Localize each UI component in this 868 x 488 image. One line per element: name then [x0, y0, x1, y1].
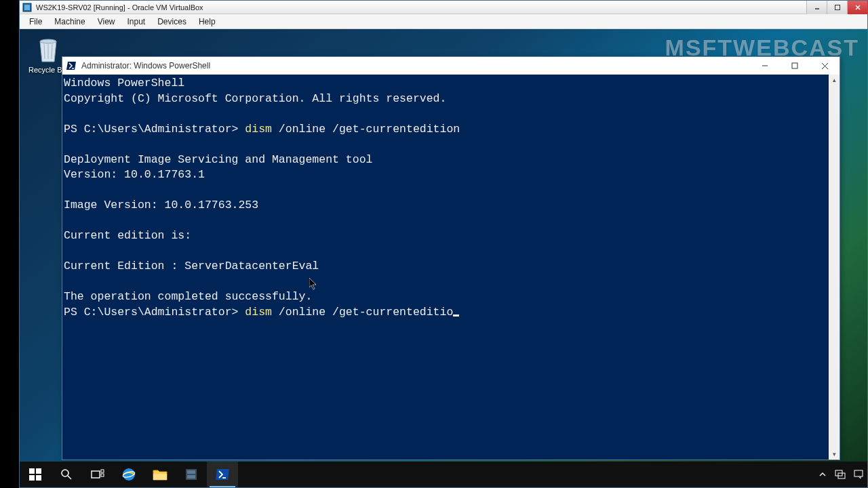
svg-rect-21: [92, 471, 100, 478]
start-button[interactable]: [20, 462, 51, 487]
tray-chevron-icon[interactable]: [818, 470, 827, 479]
task-view-button[interactable]: [82, 462, 113, 487]
menu-file[interactable]: File: [24, 16, 47, 28]
banner-line: Windows PowerShell: [64, 77, 184, 89]
menu-help[interactable]: Help: [193, 16, 221, 28]
output-line: Deployment Image Servicing and Managemen…: [64, 153, 372, 166]
vbox-minimize-button[interactable]: [806, 1, 827, 14]
terminal-output[interactable]: Windows PowerShell Copyright (C) Microso…: [62, 75, 829, 460]
taskbar-spacer: [238, 462, 814, 487]
prompt: PS C:\Users\Administrator>: [64, 306, 245, 319]
svg-rect-26: [153, 474, 167, 480]
svg-rect-16: [36, 468, 41, 474]
vbox-maximize-button[interactable]: [827, 1, 847, 14]
ps-title: Administrator: Windows PowerShell: [81, 61, 210, 70]
svg-rect-1: [24, 5, 30, 10]
ps-maximize-button[interactable]: [780, 57, 810, 75]
menu-machine[interactable]: Machine: [49, 16, 90, 28]
vbox-app-icon: [22, 3, 32, 12]
svg-rect-22: [101, 470, 104, 472]
banner-line: Copyright (C) Microsoft Corporation. All…: [64, 92, 446, 105]
svg-rect-29: [187, 475, 195, 479]
command-args: /online /get-currenteditio: [272, 306, 453, 319]
powershell-icon: [66, 60, 77, 71]
svg-rect-3: [835, 5, 840, 9]
taskbar-server-manager-icon[interactable]: [176, 462, 207, 487]
vbox-window-controls: [806, 1, 867, 14]
output-line: Current edition is:: [64, 229, 191, 242]
ps-body: Windows PowerShell Copyright (C) Microso…: [62, 75, 840, 460]
ps-minimize-button[interactable]: [750, 57, 780, 75]
svg-rect-17: [29, 475, 35, 481]
svg-rect-33: [854, 470, 863, 476]
scroll-up-button[interactable]: ▴: [829, 75, 840, 85]
ps-titlebar[interactable]: Administrator: Windows PowerShell: [62, 57, 840, 75]
vbox-menubar: File Machine View Input Devices Help: [20, 14, 867, 29]
menu-view[interactable]: View: [92, 16, 121, 28]
menu-devices[interactable]: Devices: [152, 16, 192, 28]
ps-close-button[interactable]: [810, 57, 840, 75]
output-line: The operation completed successfully.: [64, 290, 312, 303]
ps-window-controls: [750, 57, 840, 75]
svg-rect-12: [792, 63, 797, 68]
output-line: Image Version: 10.0.17763.253: [64, 199, 258, 211]
guest-viewport: MSFTWEBCAST Recycle Bin Administrat: [20, 29, 867, 487]
taskbar-explorer-icon[interactable]: [144, 462, 176, 487]
vbox-titlebar[interactable]: WS2K19-SRV02 [Running] - Oracle VM Virtu…: [20, 1, 867, 14]
text-cursor: [453, 314, 459, 317]
powershell-window: Administrator: Windows PowerShell Window…: [62, 56, 840, 460]
ps-scrollbar[interactable]: ▴ ▾: [829, 75, 840, 460]
svg-line-20: [68, 476, 71, 479]
scroll-track[interactable]: [829, 85, 840, 449]
svg-rect-15: [29, 468, 35, 474]
taskbar-powershell-icon[interactable]: [207, 462, 238, 487]
svg-rect-28: [187, 470, 195, 474]
tray-network-icon[interactable]: [835, 470, 846, 479]
scroll-down-button[interactable]: ▾: [829, 449, 840, 460]
guest-desktop[interactable]: MSFTWEBCAST Recycle Bin Administrat: [20, 29, 867, 487]
svg-rect-23: [101, 474, 104, 476]
command-name: dism: [245, 306, 272, 319]
command-args: /online /get-currentedition: [272, 123, 460, 136]
tray-notifications-icon[interactable]: [854, 470, 863, 479]
taskbar: [20, 462, 867, 487]
taskbar-ie-icon[interactable]: [113, 462, 144, 487]
search-button[interactable]: [51, 462, 82, 487]
vbox-close-button[interactable]: [847, 1, 867, 14]
system-tray[interactable]: [814, 462, 867, 487]
svg-point-6: [40, 39, 56, 43]
command-name: dism: [245, 123, 272, 136]
vbox-title: WS2K19-SRV02 [Running] - Oracle VM Virtu…: [36, 3, 203, 12]
output-line: Current Edition : ServerDatacenterEval: [64, 260, 319, 272]
menu-input[interactable]: Input: [122, 16, 151, 28]
svg-rect-18: [36, 475, 41, 481]
virtualbox-window: WS2K19-SRV02 [Running] - Oracle VM Virtu…: [19, 0, 868, 488]
svg-point-19: [62, 470, 68, 476]
prompt: PS C:\Users\Administrator>: [64, 123, 245, 136]
output-line: Version: 10.0.17763.1: [64, 168, 205, 181]
